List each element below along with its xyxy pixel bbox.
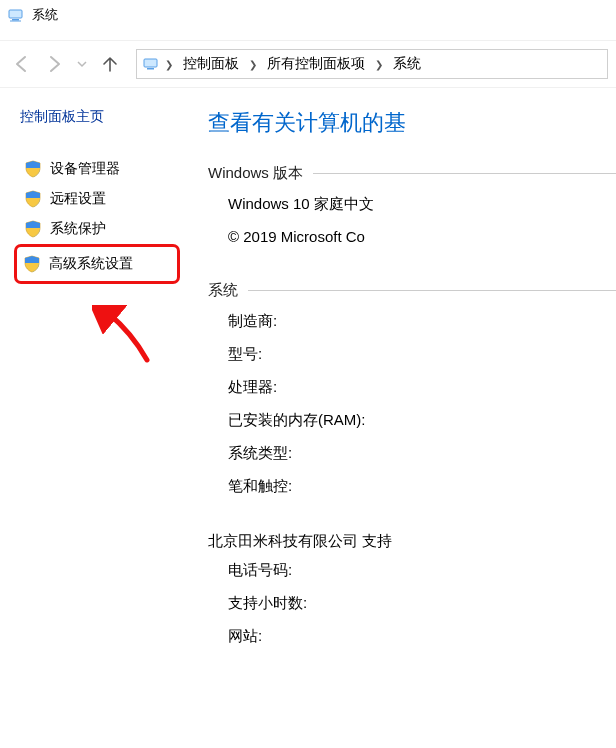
system-row-ram: 已安装的内存(RAM): [228,411,616,430]
sidebar: 控制面板主页 设备管理器 远程设置 [0,108,190,660]
window-title: 系统 [32,6,58,24]
sidebar-item-label: 系统保护 [50,220,106,238]
system-row-pen-touch: 笔和触控: [228,477,616,496]
sidebar-item-label: 远程设置 [50,190,106,208]
shield-icon [24,220,42,238]
section-legend: 系统 [208,281,248,300]
section-support: 电话号码: 支持小时数: 网站: [208,561,616,646]
content: 控制面板主页 设备管理器 远程设置 [0,88,616,660]
sidebar-item-label: 高级系统设置 [49,255,133,273]
system-row-model: 型号: [228,345,616,364]
system-row-type: 系统类型: [228,444,616,463]
breadcrumb-item-all-items[interactable]: 所有控制面板项 [261,51,371,77]
shield-icon [23,255,41,273]
chevron-right-icon[interactable]: ❯ [163,59,175,70]
nav-up-icon[interactable] [96,50,124,78]
support-company-line: 北京田米科技有限公司 支持 [208,532,616,551]
chevron-right-icon[interactable]: ❯ [373,59,385,70]
main: 查看有关计算机的基 Windows 版本 Windows 10 家庭中文 © 2… [190,108,616,660]
sidebar-item-device-manager[interactable]: 设备管理器 [20,154,190,184]
svg-rect-2 [10,21,21,22]
sidebar-item-system-protection[interactable]: 系统保护 [20,214,190,244]
sidebar-home-link[interactable]: 控制面板主页 [20,108,190,126]
sidebar-item-advanced-settings[interactable]: 高级系统设置 [19,249,175,279]
system-icon [8,6,26,24]
breadcrumb-item-control-panel[interactable]: 控制面板 [177,51,245,77]
nav-recent-dropdown-icon[interactable] [72,50,92,78]
breadcrumb-item-system[interactable]: 系统 [387,51,427,77]
shield-icon [24,160,42,178]
navbar: ❯ 控制面板 ❯ 所有控制面板项 ❯ 系统 [0,40,616,88]
nav-forward-icon [40,50,68,78]
nav-back-icon [8,50,36,78]
section-windows-edition: Windows 版本 Windows 10 家庭中文 © 2019 Micros… [208,164,616,259]
support-row-website: 网站: [228,627,616,646]
svg-rect-0 [9,10,22,18]
annotation-highlight: 高级系统设置 [14,244,180,284]
section-legend: Windows 版本 [208,164,313,183]
section-system: 系统 制造商: 型号: 处理器: 已安装的内存(RAM): 系统类型: 笔和触控… [208,281,616,510]
chevron-right-icon[interactable]: ❯ [247,59,259,70]
support-row-phone: 电话号码: [228,561,616,580]
support-row-hours: 支持小时数: [228,594,616,613]
svg-rect-4 [147,68,154,70]
windows-copyright-line: © 2019 Microsoft Co [228,228,616,245]
shield-icon [24,190,42,208]
system-row-manufacturer: 制造商: [228,312,616,331]
windows-edition-line: Windows 10 家庭中文 [228,195,616,214]
breadcrumb-root-icon[interactable] [143,55,161,73]
sidebar-item-label: 设备管理器 [50,160,120,178]
svg-rect-1 [12,19,19,21]
titlebar: 系统 [0,0,616,30]
breadcrumb[interactable]: ❯ 控制面板 ❯ 所有控制面板项 ❯ 系统 [136,49,608,79]
sidebar-item-remote-settings[interactable]: 远程设置 [20,184,190,214]
system-row-processor: 处理器: [228,378,616,397]
page-heading: 查看有关计算机的基 [208,108,616,138]
svg-rect-3 [144,59,157,67]
